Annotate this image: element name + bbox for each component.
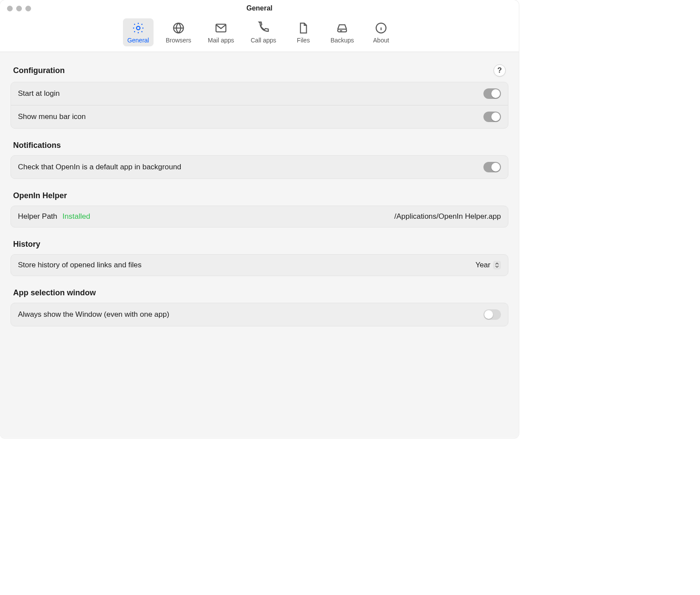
section-helper: OpenIn Helper Helper Path Installed /App… [10, 191, 508, 228]
toggle-always-show-window[interactable] [483, 309, 501, 320]
panel-history: Store history of opened links and files … [10, 254, 508, 276]
toolbar-item-browsers[interactable]: Browsers [161, 18, 196, 46]
toolbar-item-call[interactable]: Call apps [246, 18, 280, 46]
window-title: General [246, 4, 273, 12]
toolbar-label: Browsers [166, 37, 191, 44]
row-label: Always show the Window (even with one ap… [18, 310, 169, 319]
history-duration-select[interactable]: Year [476, 261, 501, 270]
content-area: Configuration ? Start at login Show menu… [0, 52, 519, 438]
traffic-lights [7, 6, 31, 11]
chevron-updown-icon [493, 261, 501, 270]
panel-helper: Helper Path Installed /Applications/Open… [10, 206, 508, 228]
row-start-at-login: Start at login [11, 82, 508, 105]
section-title: Notifications [13, 141, 61, 150]
help-button[interactable]: ? [494, 64, 506, 77]
toolbar-label: General [127, 37, 149, 44]
row-label: Start at login [18, 89, 60, 98]
globe-icon [172, 21, 186, 35]
toolbar-item-about[interactable]: About [366, 18, 396, 46]
envelope-icon [214, 21, 228, 35]
section-title: History [13, 240, 40, 249]
zoom-dot[interactable] [25, 6, 31, 11]
toolbar-item-backups[interactable]: Backups [326, 18, 358, 46]
svg-point-0 [136, 26, 140, 30]
toggle-show-menu-bar-icon[interactable] [483, 112, 501, 122]
row-label: Store history of opened links and files [18, 261, 142, 270]
disk-icon [335, 21, 349, 35]
section-app-window: App selection window Always show the Win… [10, 288, 508, 326]
toolbar-item-mail[interactable]: Mail apps [203, 18, 238, 46]
section-history: History Store history of opened links an… [10, 240, 508, 276]
section-title: OpenIn Helper [13, 191, 67, 200]
status-badge-installed: Installed [63, 212, 90, 221]
row-label: Show menu bar icon [18, 112, 86, 121]
select-value: Year [476, 261, 490, 270]
row-helper-path: Helper Path Installed /Applications/Open… [11, 206, 508, 227]
panel-configuration: Start at login Show menu bar icon [10, 82, 508, 129]
row-check-default-app: Check that OpenIn is a default app in ba… [11, 156, 508, 178]
toolbar-label: About [373, 37, 389, 44]
section-configuration: Configuration ? Start at login Show menu… [10, 64, 508, 129]
toolbar-label: Files [297, 37, 310, 44]
toggle-start-at-login[interactable] [483, 88, 501, 99]
toolbar-item-general[interactable]: General [123, 18, 154, 46]
toolbar-label: Backups [330, 37, 354, 44]
panel-notifications: Check that OpenIn is a default app in ba… [10, 155, 508, 179]
gear-icon [131, 21, 145, 35]
toolbar-item-files[interactable]: Files [288, 18, 318, 46]
helper-path-value: /Applications/OpenIn Helper.app [394, 212, 501, 221]
info-icon [374, 21, 388, 35]
row-label: Check that OpenIn is a default app in ba… [18, 163, 181, 172]
toolbar-label: Mail apps [208, 37, 234, 44]
row-always-show-window: Always show the Window (even with one ap… [11, 303, 508, 326]
toolbar-label: Call apps [251, 37, 276, 44]
panel-app-window: Always show the Window (even with one ap… [10, 303, 508, 326]
section-notifications: Notifications Check that OpenIn is a def… [10, 141, 508, 179]
toolbar: General Browsers Mail apps Call apps Fil… [0, 17, 519, 52]
section-title: Configuration [13, 66, 65, 75]
titlebar: General [0, 0, 519, 17]
phone-icon [256, 21, 270, 35]
section-title: App selection window [13, 288, 96, 298]
row-show-menu-bar-icon: Show menu bar icon [11, 105, 508, 128]
minimize-dot[interactable] [16, 6, 22, 11]
file-icon [296, 21, 310, 35]
row-store-history: Store history of opened links and files … [11, 255, 508, 276]
toggle-check-default-app[interactable] [483, 162, 501, 172]
row-label: Helper Path [18, 212, 57, 221]
close-dot[interactable] [7, 6, 13, 11]
